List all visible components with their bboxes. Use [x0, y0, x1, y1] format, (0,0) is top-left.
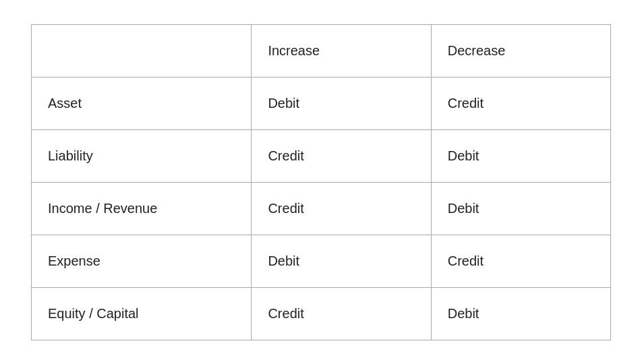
- header-col3: Decrease: [431, 24, 610, 77]
- table-row: AssetDebitCredit: [32, 77, 611, 129]
- row-label: Asset: [32, 77, 252, 129]
- row-label: Equity / Capital: [32, 287, 252, 340]
- row-decrease: Debit: [431, 182, 610, 235]
- table-row: ExpenseDebitCredit: [32, 235, 611, 287]
- table-row: LiabilityCreditDebit: [32, 129, 611, 182]
- row-decrease: Debit: [431, 129, 610, 182]
- accounting-table: Increase Decrease AssetDebitCreditLiabil…: [31, 24, 611, 340]
- row-increase: Credit: [252, 129, 431, 182]
- row-increase: Credit: [252, 182, 431, 235]
- row-decrease: Debit: [431, 287, 610, 340]
- accounting-table-wrapper: Increase Decrease AssetDebitCreditLiabil…: [31, 24, 611, 340]
- header-col1: [32, 24, 252, 77]
- row-increase: Debit: [252, 77, 431, 129]
- row-increase: Credit: [252, 287, 431, 340]
- header-col2: Increase: [252, 24, 431, 77]
- row-decrease: Credit: [431, 235, 610, 287]
- row-label: Income / Revenue: [32, 182, 252, 235]
- table-header-row: Increase Decrease: [32, 24, 611, 77]
- table-row: Income / RevenueCreditDebit: [32, 182, 611, 235]
- row-increase: Debit: [252, 235, 431, 287]
- row-decrease: Credit: [431, 77, 610, 129]
- table-row: Equity / CapitalCreditDebit: [32, 287, 611, 340]
- row-label: Liability: [32, 129, 252, 182]
- row-label: Expense: [32, 235, 252, 287]
